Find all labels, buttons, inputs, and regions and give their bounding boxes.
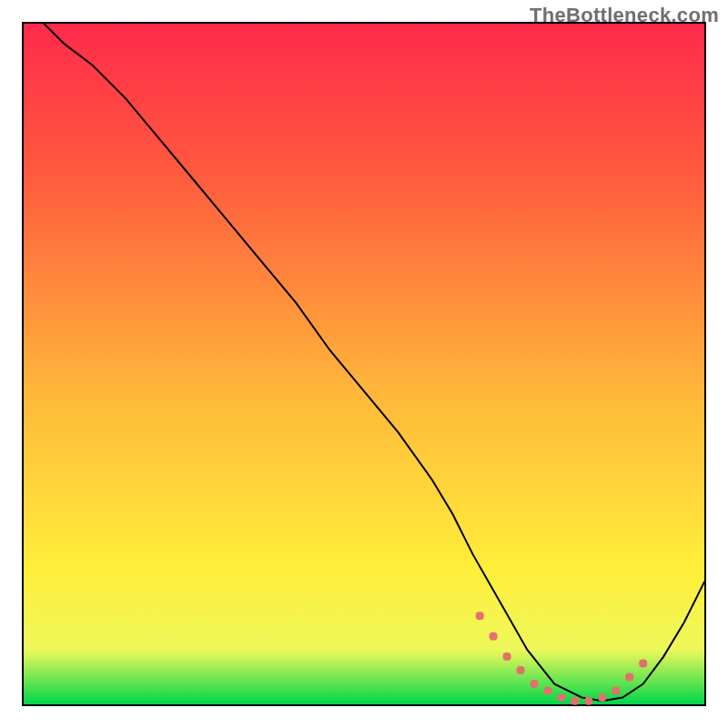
marker-dot: [612, 687, 620, 695]
marker-dot: [584, 697, 592, 705]
marker-dot: [517, 666, 525, 674]
marker-dot: [531, 680, 539, 688]
marker-dot: [557, 693, 565, 702]
chart-canvas: TheBottleneck.com: [0, 0, 728, 728]
marker-dot: [544, 687, 552, 695]
watermark-label: TheBottleneck.com: [530, 4, 719, 27]
marker-dot: [490, 632, 498, 641]
chart-svg: [0, 0, 728, 728]
marker-dot: [571, 697, 579, 705]
marker-dot: [598, 693, 606, 702]
marker-dot: [625, 673, 633, 682]
marker-dot: [639, 660, 647, 668]
marker-dot: [476, 612, 484, 620]
plot-background: [24, 24, 704, 704]
marker-dot: [503, 652, 511, 661]
